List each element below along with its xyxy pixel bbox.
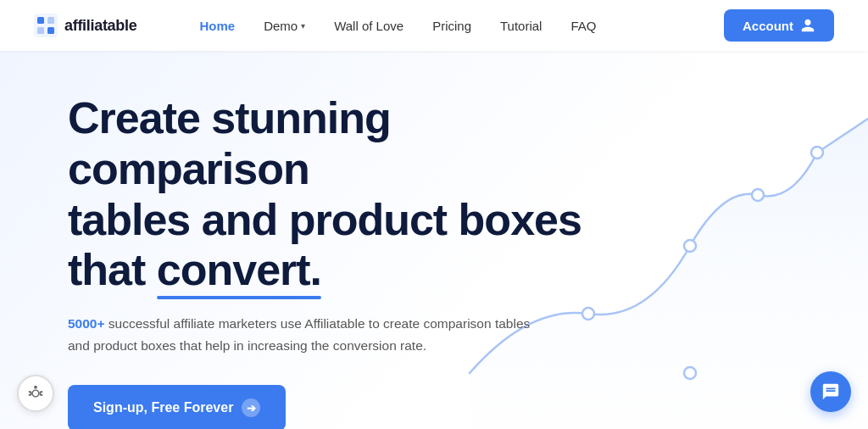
hero-section: Create stunning comparison tables and pr…: [0, 51, 868, 429]
svg-rect-3: [37, 27, 44, 34]
nav-link-home[interactable]: Home: [187, 12, 247, 40]
nav-link-demo[interactable]: Demo ▾: [252, 12, 317, 40]
hero-content: Create stunning comparison tables and pr…: [68, 93, 627, 429]
hero-highlight: 5000+: [68, 316, 105, 331]
chat-icon: [821, 382, 840, 401]
logo-link[interactable]: affiliatable: [34, 14, 136, 37]
svg-point-6: [684, 240, 696, 252]
svg-rect-0: [34, 14, 58, 37]
svg-point-7: [752, 189, 764, 201]
account-button[interactable]: Account: [724, 9, 834, 42]
logo-text: affiliatable: [64, 17, 136, 35]
chat-button[interactable]: [810, 371, 851, 412]
nav-link-wall-of-love[interactable]: Wall of Love: [322, 12, 415, 40]
cta-button[interactable]: Sign-up, Free Forever ➔: [68, 385, 286, 429]
navbar: affiliatable Home Demo ▾ Wall of Love Pr…: [0, 0, 868, 51]
nav-link-tutorial[interactable]: Tutorial: [488, 12, 554, 40]
nav-link-pricing[interactable]: Pricing: [420, 12, 483, 40]
svg-rect-1: [37, 17, 44, 24]
chevron-down-icon: ▾: [301, 21, 305, 31]
svg-rect-4: [47, 27, 54, 34]
hero-title-convert: convert.: [157, 245, 321, 296]
svg-rect-2: [47, 17, 54, 24]
arrow-icon: ➔: [242, 398, 260, 417]
svg-point-10: [34, 386, 37, 389]
hero-subtitle: 5000+ successful affiliate marketers use…: [68, 313, 542, 356]
logo-icon: [34, 14, 58, 37]
accessibility-icon: [26, 384, 45, 403]
svg-point-9: [684, 367, 696, 379]
nav-links: Home Demo ▾ Wall of Love Pricing Tutoria…: [187, 12, 724, 40]
accessibility-button[interactable]: [17, 375, 54, 412]
user-icon: [800, 18, 815, 33]
hero-subtitle-text: successful affiliate marketers use Affil…: [68, 316, 530, 353]
nav-link-faq[interactable]: FAQ: [559, 12, 608, 40]
svg-point-8: [811, 147, 823, 159]
hero-title: Create stunning comparison tables and pr…: [68, 93, 627, 296]
